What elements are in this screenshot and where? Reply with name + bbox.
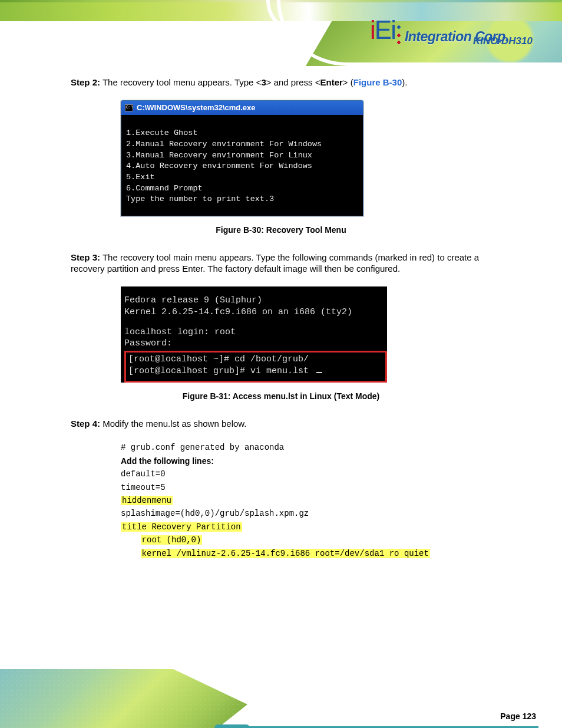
step-2: Step 2: The recovery tool menu appears. … (71, 77, 491, 88)
step-2-text-a: The recovery tool menu appears. Type < (103, 77, 261, 87)
cmd-title-text: C:\WINDOWS\system32\cmd.exe (137, 103, 256, 113)
cursor-icon (316, 372, 322, 373)
linux-terminal: Fedora release 9 (Sulphur) Kernel 2.6.25… (121, 286, 387, 383)
grub-comment: # grub.conf generated by anaconda (121, 441, 491, 454)
logo-letter-i2: i (391, 15, 395, 44)
step-2-key-enter: Enter (320, 77, 342, 87)
grub-config-block: # grub.conf generated by anaconda Add th… (121, 441, 491, 560)
term-line-3: localhost login: root (124, 327, 387, 338)
page-content: Step 2: The recovery tool menu appears. … (0, 77, 562, 560)
step-2-key-3: 3 (261, 77, 266, 87)
step-4: Step 4: Modify the menu.lst as shown bel… (71, 418, 491, 430)
page-header: iEi Integration Corp. KINO-DH310 (0, 0, 562, 66)
footer-swoop (0, 662, 265, 728)
term-line-2: Kernel 2.6.25-14.fc9.i686 on an i686 (tt… (124, 307, 387, 318)
step-2-lead: Step 2: (71, 77, 100, 87)
logo-letter-i1: i (370, 15, 375, 44)
grub-hl-root: root (hd0,0) (141, 535, 203, 545)
figure-b-31-caption: Figure B-31: Access menu.lst in Linux (T… (71, 391, 491, 401)
cmd-icon (125, 104, 133, 111)
page-footer: Page 123 (0, 669, 562, 728)
figure-b-30-caption: Figure B-30: Recovery Tool Menu (71, 225, 491, 235)
grub-line-kernel: kernel /vmlinuz-2.6.25-14.fc9.i686 root=… (121, 547, 491, 560)
term-line-4: Password: (124, 338, 387, 350)
step-4-text: Modify the menu.lst as shown below. (103, 419, 246, 429)
step-4-lead: Step 4: (71, 419, 100, 429)
grub-hl-hidden: hiddenmenu (121, 496, 173, 505)
page-number: Page 123 (500, 711, 536, 721)
term-line-6: [root@localhost grub]# vi menu.lst (128, 365, 383, 377)
grub-line-root: root (hd0,0) (121, 533, 491, 546)
step-3: Step 3: The recovery tool main menu appe… (71, 252, 491, 275)
term-blank (124, 318, 387, 327)
term-line-6-text: [root@localhost grub]# vi menu.lst (128, 366, 309, 376)
figure-b-31: Fedora release 9 (Sulphur) Kernel 2.6.25… (121, 286, 491, 383)
grub-hl-kernel: kernel /vmlinuz-2.6.25-14.fc9.i686 root=… (141, 549, 430, 558)
logo-letter-e: E (375, 15, 391, 44)
cmd-window: C:\WINDOWS\system32\cmd.exe 1.Execute Gh… (121, 100, 363, 216)
step-2-text-b: > and press < (266, 77, 320, 87)
cmd-body: 1.Execute Ghost 2.Manual Recovery enviro… (121, 115, 363, 215)
step-2-figref: Figure B-30 (353, 77, 402, 87)
product-title: KINO-DH310 (473, 35, 533, 47)
term-line-1: Fedora release 9 (Sulphur) (124, 295, 387, 307)
grub-hl-title: title Recovery Partition (121, 522, 242, 532)
figure-b-30: C:\WINDOWS\system32\cmd.exe 1.Execute Gh… (121, 100, 491, 216)
grub-line-title: title Recovery Partition (121, 521, 491, 533)
step-2-text-c: > ( (343, 77, 353, 87)
cmd-titlebar: C:\WINDOWS\system32\cmd.exe (121, 101, 363, 116)
step-2-text-d: ). (402, 77, 407, 87)
grub-line-hidden: hiddenmenu (121, 494, 491, 507)
grub-line-default: default=0 (121, 467, 491, 480)
term-line-5: [root@localhost ~]# cd /boot/grub/ (128, 354, 383, 365)
logo-dots-icon (396, 24, 401, 45)
grub-line-splash: splashimage=(hd0,0)/grub/splash.xpm.gz (121, 507, 491, 520)
grub-line-timeout: timeout=5 (121, 481, 491, 494)
grub-note: Add the following lines: (121, 454, 491, 467)
term-highlight-box: [root@localhost ~]# cd /boot/grub/ [root… (124, 351, 387, 383)
step-3-text: The recovery tool main menu appears. Typ… (71, 252, 479, 274)
step-3-lead: Step 3: (71, 252, 100, 262)
